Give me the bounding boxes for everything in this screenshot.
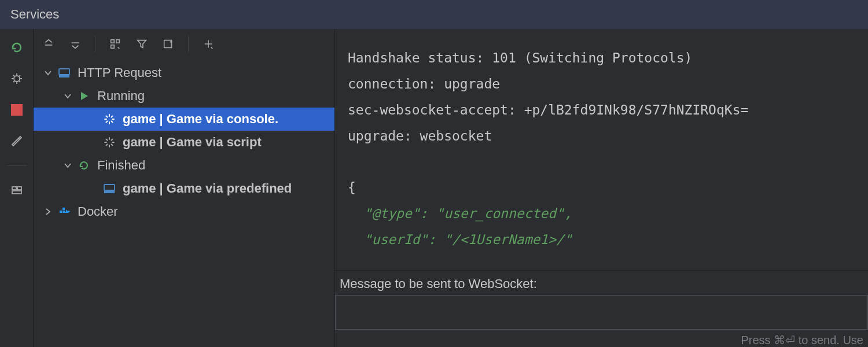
main-area: HTTP Request Running game | Game via con…	[0, 29, 868, 347]
group-by-button[interactable]	[106, 35, 124, 53]
message-hint: Press ⌘⏎ to send. Use	[335, 330, 868, 347]
panel-title-text: Services	[10, 7, 59, 22]
tree-node-http-request[interactable]: HTTP Request	[34, 61, 334, 84]
rerun-icon	[76, 160, 91, 171]
chevron-right-icon	[42, 207, 54, 216]
svg-rect-5	[116, 40, 120, 43]
svg-line-14	[106, 116, 108, 117]
expand-all-button[interactable]	[39, 35, 58, 53]
tree-panel: HTTP Request Running game | Game via con…	[34, 29, 334, 347]
svg-rect-26	[104, 184, 115, 190]
collapse-all-button[interactable]	[66, 35, 84, 53]
loading-icon	[102, 113, 117, 125]
tree-label: game | Game via console.	[123, 112, 278, 127]
message-label: Message to be sent to WebSocket:	[335, 271, 868, 295]
rerun-button[interactable]	[5, 38, 28, 57]
stop-icon	[11, 104, 23, 116]
panel-title: Services	[0, 0, 868, 29]
loading-icon	[102, 136, 117, 148]
gutter-separator	[7, 165, 27, 166]
svg-line-25	[106, 145, 108, 146]
tree-label: Running	[97, 88, 145, 104]
left-gutter	[0, 29, 34, 347]
websocket-log[interactable]: Handshake status: 101 (Switching Protoco…	[335, 29, 868, 270]
svg-rect-9	[59, 75, 69, 77]
chevron-down-icon	[42, 68, 54, 77]
api-icon	[57, 67, 72, 79]
log-line: connection: upgrade	[348, 76, 500, 91]
svg-rect-3	[12, 191, 21, 194]
log-line: Handshake status: 101 (Switching Protoco…	[348, 50, 692, 65]
tree-label: Finished	[97, 158, 145, 173]
svg-rect-27	[104, 190, 115, 193]
stop-button[interactable]	[5, 101, 28, 119]
services-tree[interactable]: HTTP Request Running game | Game via con…	[34, 59, 334, 347]
content-panel: Handshake status: 101 (Switching Protoco…	[334, 29, 868, 347]
svg-line-15	[112, 121, 113, 123]
svg-point-0	[14, 76, 20, 82]
debug-button[interactable]	[5, 69, 28, 88]
log-json-line: {	[348, 180, 356, 195]
tree-node-game-script[interactable]: game | Game via script	[34, 131, 334, 154]
tree-label: game | Game via script	[123, 135, 262, 150]
add-service-button[interactable]	[199, 35, 218, 53]
filter-button[interactable]	[133, 35, 151, 53]
open-new-tab-button[interactable]	[159, 35, 178, 53]
api-icon	[102, 182, 117, 195]
svg-line-16	[112, 116, 113, 117]
docker-icon	[57, 205, 72, 218]
run-icon	[76, 90, 91, 102]
chevron-down-icon	[61, 91, 74, 101]
svg-line-24	[112, 139, 113, 141]
svg-line-23	[112, 145, 113, 146]
tree-node-finished[interactable]: Finished	[34, 154, 334, 177]
svg-rect-7	[164, 40, 172, 48]
svg-line-22	[106, 139, 108, 141]
tree-node-game-predefined[interactable]: game | Game via predefined	[34, 177, 334, 200]
message-input[interactable]	[335, 295, 868, 330]
tree-node-running[interactable]: Running	[34, 84, 334, 108]
tree-label: game | Game via predefined	[123, 181, 292, 196]
svg-line-17	[106, 121, 108, 123]
tree-label: Docker	[78, 204, 118, 219]
svg-rect-4	[111, 40, 115, 43]
tree-node-docker[interactable]: Docker	[34, 200, 334, 223]
log-line: upgrade: websocket	[348, 128, 492, 143]
tree-label: HTTP Request	[78, 65, 161, 80]
layout-button[interactable]	[5, 181, 28, 200]
toolbar-separator-2	[188, 36, 189, 52]
svg-rect-1	[12, 187, 16, 190]
log-json-line: "userId": "/<1UserName1>/"	[348, 232, 572, 247]
chevron-down-icon	[61, 161, 74, 170]
svg-rect-30	[62, 208, 65, 210]
toolbar-separator-1	[95, 36, 95, 52]
tree-node-game-console[interactable]: game | Game via console.	[34, 108, 334, 131]
message-section: Message to be sent to WebSocket: Press ⌘…	[335, 270, 868, 347]
svg-rect-28	[60, 211, 62, 213]
log-json-line: "@type": "user_connected",	[348, 206, 572, 221]
svg-rect-8	[59, 69, 69, 75]
tree-toolbar	[34, 29, 334, 59]
settings-button[interactable]	[5, 132, 28, 150]
svg-rect-2	[17, 187, 21, 190]
svg-rect-6	[111, 45, 115, 49]
log-line: sec-websocket-accept: +p/lB2fd9INk98/S77…	[348, 102, 748, 117]
